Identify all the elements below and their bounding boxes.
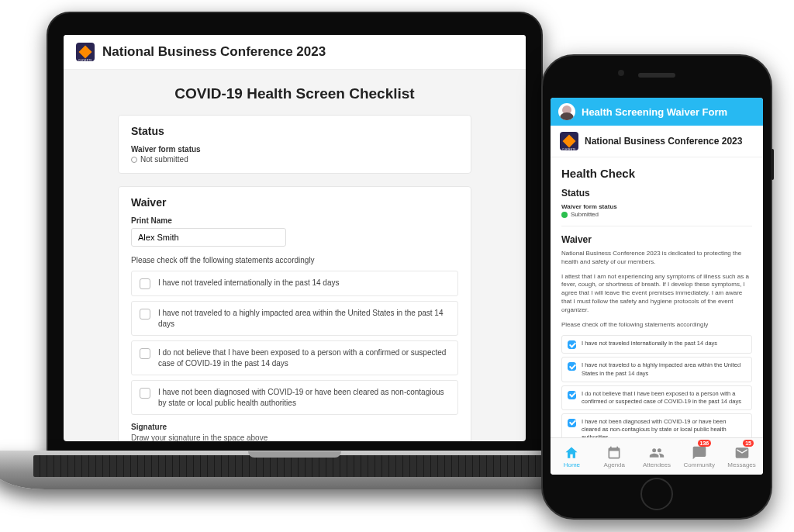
statement-row[interactable]: I have not traveled internationally in t… <box>561 335 752 354</box>
messages-badge: 15 <box>743 440 754 447</box>
tab-attendees[interactable]: Attendees <box>636 438 678 475</box>
print-name-input[interactable] <box>131 228 286 247</box>
checkbox-icon[interactable] <box>568 362 576 371</box>
people-icon <box>649 445 665 461</box>
status-value: Submitted <box>561 211 752 218</box>
laptop-mockup: National Business Conference 2023 COVID-… <box>47 12 543 461</box>
statement-text: I have not been diagnosed with COVID-19 … <box>158 387 450 408</box>
divider <box>561 226 752 226</box>
waiver-card: Waiver Print Name Please check off the f… <box>118 186 471 441</box>
statement-text: I have not traveled internationally in t… <box>582 340 717 349</box>
statement-row[interactable]: I do not believe that I have been expose… <box>561 385 752 410</box>
waiver-heading: Waiver <box>561 234 752 245</box>
mobile-header-title: Health Screening Waiver Form <box>582 106 727 118</box>
desktop-screen: National Business Conference 2023 COVID-… <box>64 35 526 441</box>
status-label: Waiver form status <box>131 145 458 154</box>
status-heading: Status <box>131 125 458 137</box>
tab-messages[interactable]: 15 Messages <box>720 438 763 475</box>
user-avatar[interactable] <box>558 103 575 120</box>
waiver-attestation: I attest that I am not experiencing any … <box>561 273 752 315</box>
statement-text: I have not traveled to a highly impacted… <box>158 308 450 329</box>
home-icon <box>564 445 579 461</box>
mail-icon <box>734 445 750 461</box>
checkbox-icon[interactable] <box>140 309 150 320</box>
mobile-page-title: Health Check <box>561 167 752 180</box>
event-strip: National Business Conference 2023 <box>551 126 763 157</box>
event-title: National Business Conference 2023 <box>102 44 326 60</box>
desktop-body: COVID-19 Health Screen Checklist Status … <box>64 70 526 441</box>
calendar-icon <box>606 445 622 461</box>
status-card: Status Waiver form status Not submitted <box>118 115 471 174</box>
laptop-keyboard <box>0 451 599 489</box>
event-header: National Business Conference 2023 <box>64 35 526 70</box>
signature-label: Signature <box>131 423 458 431</box>
statement-text: I have not been diagnosed with COVID-19 … <box>582 418 746 437</box>
checkbox-icon[interactable] <box>140 278 150 289</box>
statement-text: I do not believe that I have been expose… <box>158 347 450 368</box>
statement-text: I have not traveled to a highly impacted… <box>582 361 746 377</box>
status-value: Not submitted <box>131 155 458 164</box>
statement-row[interactable]: I have not been diagnosed with COVID-19 … <box>561 413 752 437</box>
statement-row[interactable]: I have not traveled to a highly impacted… <box>131 301 458 336</box>
statement-row[interactable]: I have not traveled internationally in t… <box>131 271 458 296</box>
event-title: National Business Conference 2023 <box>585 136 742 147</box>
status-heading: Status <box>561 188 752 199</box>
community-badge: 136 <box>698 440 712 447</box>
checklist-instructions: Please check off the following statement… <box>561 321 752 330</box>
chat-icon <box>692 445 707 461</box>
phone-body: Health Screening Waiver Form National Bu… <box>541 54 772 520</box>
checkbox-icon[interactable] <box>140 348 150 359</box>
statement-row[interactable]: I have not been diagnosed with COVID-19 … <box>131 380 458 415</box>
waiver-heading: Waiver <box>131 196 458 209</box>
checklist-instructions: Please check off the following statement… <box>131 256 458 264</box>
tab-agenda[interactable]: Agenda <box>593 438 636 475</box>
event-logo-icon <box>560 132 578 150</box>
bottom-tab-bar: Home Agenda Attendees 136 Community 15 <box>551 437 763 475</box>
tab-community[interactable]: 136 Community <box>678 438 720 475</box>
waiver-intro: National Business Conference 2023 is ded… <box>561 250 752 267</box>
status-dot-icon <box>561 212 568 218</box>
page-title: COVID-19 Health Screen Checklist <box>118 85 471 102</box>
phone-side-button <box>771 149 774 180</box>
statement-text: I have not traveled internationally in t… <box>158 278 339 289</box>
tab-home[interactable]: Home <box>551 438 593 475</box>
phone-mockup: Health Screening Waiver Form National Bu… <box>541 54 772 520</box>
checkbox-icon[interactable] <box>140 388 150 399</box>
status-dot-icon <box>131 157 137 163</box>
statement-row[interactable]: I have not traveled to a highly impacted… <box>561 357 752 382</box>
print-name-label: Print Name <box>131 216 458 225</box>
phone-camera <box>618 70 624 76</box>
phone-home-button <box>640 478 673 510</box>
phone-screen: Health Screening Waiver Form National Bu… <box>551 98 763 475</box>
mobile-content: National Business Conference 2023 Health… <box>551 126 763 437</box>
checkbox-icon[interactable] <box>568 419 576 427</box>
status-label: Waiver form status <box>561 203 752 210</box>
mobile-header-bar: Health Screening Waiver Form <box>551 98 763 126</box>
phone-speaker <box>638 73 675 78</box>
laptop-body: National Business Conference 2023 COVID-… <box>47 12 543 461</box>
statement-text: I do not believe that I have been expose… <box>582 390 746 406</box>
checkbox-icon[interactable] <box>568 340 576 349</box>
statement-row[interactable]: I do not believe that I have been expose… <box>131 340 458 375</box>
signature-hint: Draw your signature in the space above <box>131 434 458 441</box>
event-logo-icon <box>76 43 95 61</box>
checkbox-icon[interactable] <box>568 391 576 399</box>
